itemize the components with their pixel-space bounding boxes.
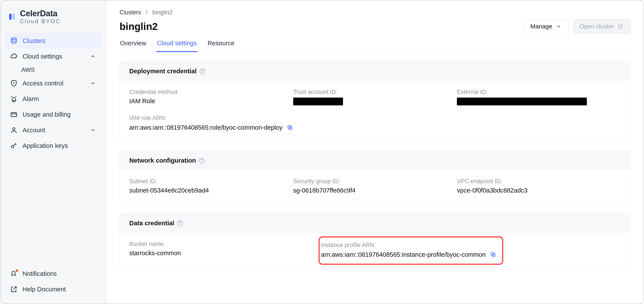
tabs: Overview Cloud settings Resource — [120, 38, 630, 52]
sidebar-item-label: AWS — [21, 66, 35, 73]
svg-rect-0 — [9, 14, 12, 20]
sidebar-item-label: Help Document — [22, 286, 66, 293]
sidebar-item-alarm[interactable]: Alarm — [5, 91, 102, 107]
iam-role-arn-value: arn:aws:iam::081976408565:role/byoc-comm… — [129, 124, 282, 131]
sidebar-item-label: Notifications — [22, 270, 57, 277]
brand-sub: Cloud BYOC — [20, 18, 61, 25]
svg-rect-1 — [12, 14, 15, 20]
card-title: Deployment credential — [129, 68, 196, 75]
open-cluster-label: Open cluster — [580, 23, 614, 30]
manage-label: Manage — [530, 23, 552, 30]
svg-rect-4 — [11, 113, 17, 117]
trust-account-id-label: Trust account ID: — [293, 89, 451, 95]
help-icon[interactable]: ? — [200, 69, 205, 74]
card-deployment-credential: Deployment credential ? Credential metho… — [120, 61, 630, 141]
trust-account-id-value — [293, 98, 343, 105]
subnet-id-label: Subnet ID: — [129, 178, 287, 185]
sidebar: CelerData Cloud BYOC Clusters Cloud sett… — [0, 1, 106, 303]
sidebar-item-help-document[interactable]: Help Document — [5, 281, 102, 297]
credential-method-label: Credential method: — [129, 89, 287, 95]
page-title: binglin2 — [120, 21, 158, 32]
sidebar-item-usage-billing[interactable]: Usage and billing — [5, 107, 102, 122]
vpc-endpoint-id-value: vpce-0f0f0a3bdc882adc3 — [457, 187, 614, 194]
card-title: Data credential — [129, 220, 174, 227]
instance-profile-arn-value: arn:aws:iam::081976408565:instance-profi… — [321, 251, 486, 258]
brand-name: CelerData — [20, 9, 61, 18]
help-icon[interactable]: ? — [177, 221, 183, 226]
credential-method-value: IAM Role — [129, 98, 287, 105]
svg-point-6 — [12, 145, 14, 148]
tab-overview[interactable]: Overview — [120, 38, 146, 52]
security-group-id-value: sg-0618b707ffe66c9f4 — [293, 187, 451, 194]
subnet-id-value: subnet-05344e8c20ceb9ad4 — [129, 187, 287, 194]
manage-button[interactable]: Manage — [524, 19, 569, 34]
sidebar-item-label: Access control — [22, 80, 64, 87]
external-link-icon — [616, 23, 624, 30]
svg-point-3 — [14, 83, 14, 83]
copy-icon[interactable] — [489, 251, 497, 258]
tab-cloud-settings[interactable]: Cloud settings — [156, 38, 197, 52]
sidebar-item-account[interactable]: Account — [5, 122, 102, 138]
copy-icon[interactable] — [286, 124, 294, 131]
instance-profile-highlight: Instance profile ARN: arn:aws:iam::08197… — [318, 236, 503, 265]
bucket-name-label: Bucket name: — [129, 241, 313, 247]
security-group-id-label: Security group ID: — [293, 178, 451, 185]
breadcrumb-current: binglin2 — [152, 9, 172, 16]
sidebar-item-clusters[interactable]: Clusters — [5, 33, 102, 49]
chevron-up-icon — [89, 53, 97, 60]
breadcrumb-sep: / — [146, 9, 148, 16]
breadcrumb: Clusters / binglin2 — [120, 9, 630, 16]
help-icon[interactable]: ? — [199, 158, 205, 164]
sidebar-item-label: Application keys — [22, 142, 68, 149]
sidebar-item-aws[interactable]: AWS — [5, 64, 102, 75]
svg-point-2 — [12, 38, 16, 40]
database-icon — [10, 37, 18, 45]
key-icon — [10, 142, 18, 149]
card-network-configuration: Network configuration ? Subnet ID: subne… — [120, 151, 630, 204]
sidebar-item-notifications[interactable]: Notifications — [5, 266, 102, 281]
instance-profile-arn-label: Instance profile ARN: — [321, 242, 497, 248]
sidebar-item-label: Account — [22, 127, 45, 134]
nav: Clusters Cloud settings AWS Access contr… — [5, 33, 102, 266]
shield-icon — [10, 79, 18, 87]
external-link-icon — [10, 285, 18, 293]
sidebar-item-access-control[interactable]: Access control — [5, 75, 102, 91]
external-id-label: External ID: — [457, 89, 614, 95]
external-id-value — [457, 98, 587, 105]
logo-icon — [8, 13, 16, 21]
chevron-down-icon — [89, 126, 97, 134]
sidebar-item-cloud-settings[interactable]: Cloud settings — [5, 49, 102, 64]
logo[interactable]: CelerData Cloud BYOC — [5, 9, 102, 24]
card-icon — [10, 111, 18, 118]
sidebar-item-label: Clusters — [22, 37, 46, 45]
iam-role-arn-label: IAM role ARN: — [129, 115, 621, 121]
chevron-down-icon — [89, 79, 97, 87]
card-data-credential: Data credential ? Bucket name: starrocks… — [120, 213, 630, 269]
tab-resource[interactable]: Resource — [207, 38, 235, 52]
notification-dot-icon — [16, 269, 18, 272]
chevron-down-icon — [555, 23, 562, 30]
svg-point-5 — [12, 128, 15, 130]
card-title: Network configuration — [129, 157, 196, 164]
bucket-name-value: starrocks-common — [129, 250, 313, 257]
open-cluster-button[interactable]: Open cluster — [573, 19, 630, 34]
alarm-icon — [10, 95, 18, 103]
vpc-endpoint-id-label: VPC endpoint ID: — [457, 178, 614, 185]
sidebar-item-label: Alarm — [22, 95, 39, 103]
sidebar-item-label: Usage and billing — [22, 111, 70, 118]
sidebar-item-label: Cloud settings — [22, 53, 62, 60]
cloud-icon — [10, 53, 18, 60]
sidebar-item-application-keys[interactable]: Application keys — [5, 138, 102, 154]
user-icon — [10, 126, 18, 134]
breadcrumb-root[interactable]: Clusters — [120, 9, 141, 16]
main-content: Clusters / binglin2 binglin2 Manage Open… — [106, 1, 644, 303]
